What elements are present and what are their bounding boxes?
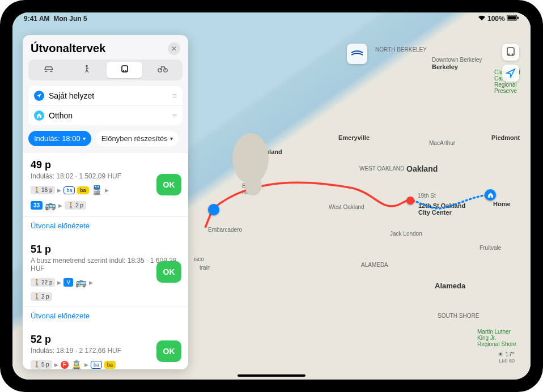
route-duration: 49 p [31,159,180,171]
preview-route-link[interactable]: Útvonal előnézete [23,217,188,237]
label-embarcadero: Embarcadero [208,227,242,233]
label-berkeley: Berkeley [432,63,458,70]
svg-point-7 [512,54,514,56]
mode-walk[interactable] [69,62,104,78]
go-button[interactable]: OK [156,340,181,362]
route-card[interactable]: 52 p Indulás: 18:19 · 2 172,66 HUF 🚶 5 p… [23,327,188,369]
bus-line-33: 33 [31,201,43,210]
label-alameda: Alameda [435,282,465,290]
route-endpoints: Saját helyzet ≡ Otthon ≡ [28,86,183,125]
status-bar: 9:41 AM Mon Jun 5 100% [12,12,531,25]
arrow-icon: ▶ [58,203,62,208]
location-arrow-icon [34,91,44,101]
svg-point-6 [508,54,510,56]
svg-point-10 [122,70,124,71]
arrow-icon: ▶ [89,280,93,286]
route-results: 49 p Indulás: 18:02 · 1 502,09 HUF 🚶 16 … [23,152,188,369]
chevron-down-icon: ▾ [83,135,86,142]
preferences-chip[interactable]: Előnyben részesítés▾ [96,131,179,146]
label-treasure-island: Treasure Island [236,148,282,155]
arrow-icon: ▶ [84,362,88,368]
weather-widget[interactable]: ☀ 17° LMI 60 [498,351,515,364]
arrow-icon: ▶ [57,188,61,193]
label-yerba-buena: Yerba Buena Island [242,177,270,195]
label-north-berkeley: NORTH BERKELEY [375,46,427,53]
tram-icon: 🚊 [71,359,82,369]
label-isco: isco [194,256,204,262]
label-emeryville: Emeryville [338,134,370,141]
label-home: Home [493,201,511,207]
arrow-icon: ▶ [57,280,61,286]
route-card[interactable]: 51 p A busz menetrend szerint indul: 18:… [23,237,188,307]
directions-panel: Útvonaltervek ✕ Saját helyzet ≡ Otthon [23,35,188,369]
transport-mode-segmented [28,59,183,80]
mode-car[interactable] [31,62,66,78]
label-alameda-city: ALAMEDA [361,262,388,268]
bart-yellow-icon: ba [77,186,88,194]
label-west-oakland-caps: WEST OAKLAND [359,165,404,172]
status-time: 9:41 AM Mon Jun 5 [24,15,87,23]
muni-line-f: F [61,361,69,369]
svg-rect-9 [122,66,128,72]
label-19th: 19th St [418,193,436,199]
label-fruitvale: Fruitvale [480,245,501,251]
bart-icon: ba [91,361,102,369]
to-row[interactable]: Otthon ≡ [28,106,183,125]
label-12th: 12th St Oakland City Center [418,202,469,216]
home-icon [34,110,44,121]
status-right: 100% [478,15,519,23]
label-south-shore: SOUTH SHORE [438,313,479,319]
to-label: Otthon [49,111,73,120]
svg-rect-1 [508,16,516,20]
svg-point-11 [125,70,126,71]
label-piedmont: Piedmont [491,134,520,141]
label-train: train [200,265,210,271]
label-downtown-berkeley: Downtown Berkeley [432,57,482,63]
route-segments-2: 🚶 2 p [31,292,180,301]
route-segments: 🚶 5 p ▶ F 🚊 ▶ ba ba [31,359,180,369]
label-oakland: Oakland [406,164,438,173]
chevron-down-icon: ▾ [170,135,173,142]
mode-bike[interactable] [145,62,180,78]
walk-segment: 🚶 2 p [65,201,86,210]
pin-origin[interactable] [208,204,219,215]
label-macarthur: MacArthur [429,140,455,146]
from-label: Saját helyzet [49,91,94,100]
label-jack-london: Jack London [390,231,422,237]
transit-filter-button[interactable] [502,44,519,61]
reorder-handle-icon[interactable]: ≡ [172,91,177,100]
home-indicator[interactable] [237,374,306,377]
bart-yellow-icon: ba [104,361,116,369]
depart-time-chip[interactable]: Indulás: 18:00▾ [28,131,91,146]
walk-segment: 🚶 16 p [31,186,55,194]
label-west-oakland: West Oakland [329,204,364,210]
go-button[interactable]: OK [156,174,181,195]
reorder-handle-icon[interactable]: ≡ [172,111,177,120]
bus-line-v: V [63,278,73,287]
arrow-icon: ▶ [54,362,58,368]
walk-segment: 🚶 5 p [31,360,52,369]
walk-segment: 🚶 22 p [31,278,55,287]
route-duration: 51 p [31,244,180,255]
route-segments-2: 33 🚌 ▶ 🚶 2 p [31,200,180,211]
close-button[interactable]: ✕ [168,42,180,55]
svg-rect-2 [517,17,519,19]
from-row[interactable]: Saját helyzet ≡ [28,86,183,106]
walk-segment: 🚶 2 p [31,292,52,301]
preview-route-link[interactable]: Útvonal előnézete [23,307,188,327]
label-mlk: Martin Luther King Jr. Regional Shore [477,329,517,347]
arrow-icon: ▶ [105,188,109,193]
bart-icon: ba [63,186,75,194]
bus-icon: 🚌 [75,277,87,288]
go-button[interactable]: OK [156,261,181,283]
panel-title: Útvonaltervek [31,42,105,55]
locate-me-button[interactable] [502,65,519,82]
svg-point-8 [86,65,88,67]
train-icon: 🚆 [91,185,103,195]
transit-amtrak-badge[interactable] [347,44,367,64]
pin-transfer[interactable] [406,197,414,204]
mode-transit[interactable] [107,62,142,78]
route-card[interactable]: 49 p Indulás: 18:02 · 1 502,09 HUF 🚶 16 … [23,152,188,217]
bus-icon: 🚌 [45,200,56,211]
pin-home[interactable] [485,189,496,201]
